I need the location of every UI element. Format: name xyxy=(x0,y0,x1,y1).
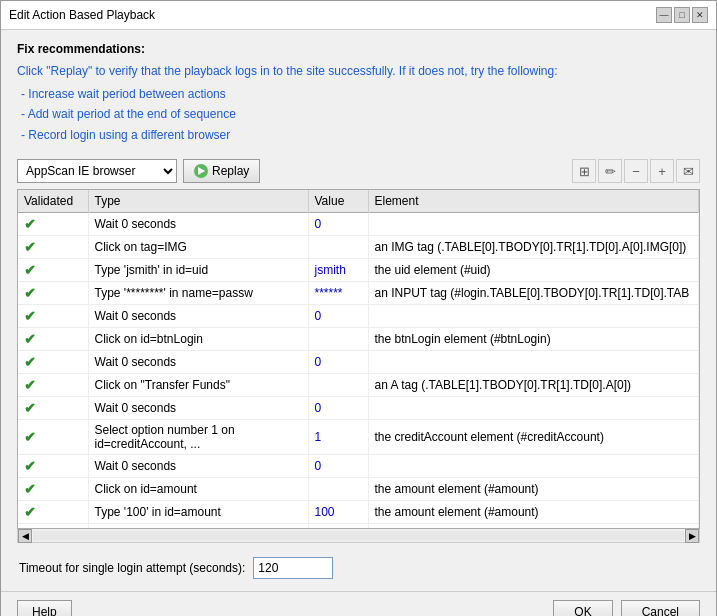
timeout-label: Timeout for single login attempt (second… xyxy=(19,561,245,575)
cell-validated: ✔ xyxy=(18,478,88,501)
replay-label: Replay xyxy=(212,164,249,178)
bottom-bar: Help OK Cancel xyxy=(1,591,716,616)
table-row[interactable]: ✔Wait 0 seconds0 xyxy=(18,351,699,374)
table-row[interactable]: ✔Type '********' in name=passw******an I… xyxy=(18,282,699,305)
help-button[interactable]: Help xyxy=(17,600,72,616)
cell-value: 100 xyxy=(308,501,368,524)
table-row[interactable]: ✔Type 'jsmith' in id=uidjsmiththe uid el… xyxy=(18,259,699,282)
cell-validated: ✔ xyxy=(18,259,88,282)
grid-icon-button[interactable]: ⊞ xyxy=(572,159,596,183)
minus-icon-button[interactable]: − xyxy=(624,159,648,183)
cell-element xyxy=(368,397,699,420)
horizontal-scrollbar[interactable]: ◀ ▶ xyxy=(17,529,700,543)
play-icon xyxy=(194,164,208,178)
cell-validated: ✔ xyxy=(18,420,88,455)
cell-validated: ✔ xyxy=(18,213,88,236)
cell-value xyxy=(308,236,368,259)
maximize-button[interactable]: □ xyxy=(674,7,690,23)
cell-element: an INPUT tag (#login.TABLE[0].TBODY[0].T… xyxy=(368,282,699,305)
plus-icon-button[interactable]: + xyxy=(650,159,674,183)
fix-list: - Increase wait period between actions -… xyxy=(21,84,700,145)
fix-main-text: Click "Replay" to verify that the playba… xyxy=(17,62,700,80)
table-row[interactable]: ✔Wait 0 seconds0 xyxy=(18,455,699,478)
cell-element xyxy=(368,351,699,374)
cell-validated: ✔ xyxy=(18,305,88,328)
cell-validated: ✔ xyxy=(18,501,88,524)
table-row[interactable]: ✔Click on id=btnLoginthe btnLogin elemen… xyxy=(18,328,699,351)
cell-type: Select option number 1 on id=creditAccou… xyxy=(88,420,308,455)
window-title: Edit Action Based Playback xyxy=(9,8,155,22)
cell-value xyxy=(308,374,368,397)
cell-element: an IMG tag (.TABLE[0].TBODY[0].TR[1].TD[… xyxy=(368,236,699,259)
table-row[interactable]: ✔Type '100' in id=amount100the amount el… xyxy=(18,501,699,524)
table-row[interactable]: ✔Wait 0 seconds0 xyxy=(18,213,699,236)
envelope-icon-button[interactable]: ✉ xyxy=(676,159,700,183)
cell-element xyxy=(368,455,699,478)
table-row[interactable]: ✔Select option number 1 on id=creditAcco… xyxy=(18,420,699,455)
cell-element: the creditAccount element (#creditAccoun… xyxy=(368,420,699,455)
toolbar-right: ⊞ ✏ − + ✉ xyxy=(572,159,700,183)
cell-type: Click on id=amount xyxy=(88,478,308,501)
cell-validated: ✔ xyxy=(18,455,88,478)
cell-value: 0 xyxy=(308,351,368,374)
edit-icon-button[interactable]: ✏ xyxy=(598,159,622,183)
minimize-button[interactable]: — xyxy=(656,7,672,23)
table-row[interactable]: ✔Wait 0 seconds0 xyxy=(18,397,699,420)
cell-element xyxy=(368,305,699,328)
cell-type: Wait 0 seconds xyxy=(88,455,308,478)
timeout-input[interactable] xyxy=(253,557,333,579)
ok-cancel-group: OK Cancel xyxy=(553,600,700,616)
cell-validated: ✔ xyxy=(18,236,88,259)
timeout-row: Timeout for single login attempt (second… xyxy=(17,557,700,579)
cell-type: Wait 0 seconds xyxy=(88,305,308,328)
cell-element: the amount element (#amount) xyxy=(368,478,699,501)
table-header-row: Validated Type Value Element xyxy=(18,190,699,213)
col-value: Value xyxy=(308,190,368,213)
cell-type: Wait 0 seconds xyxy=(88,351,308,374)
browser-select[interactable]: AppScan IE browser IE browser Firefox br… xyxy=(17,159,177,183)
cell-value: 0 xyxy=(308,213,368,236)
table-body: ✔Wait 0 seconds0✔Click on tag=IMGan IMG … xyxy=(18,213,699,530)
scroll-track xyxy=(33,531,684,541)
action-table-container: Validated Type Value Element ✔Wait 0 sec… xyxy=(17,189,700,529)
cell-element: the uid element (#uid) xyxy=(368,259,699,282)
main-window: Edit Action Based Playback — □ ✕ Fix rec… xyxy=(0,0,717,616)
table-row[interactable]: ✔Click on tag=IMGan IMG tag (.TABLE[0].T… xyxy=(18,236,699,259)
cancel-button[interactable]: Cancel xyxy=(621,600,700,616)
cell-element: the btnLogin element (#btnLogin) xyxy=(368,328,699,351)
cell-type: Wait 0 seconds xyxy=(88,397,308,420)
cell-validated: ✔ xyxy=(18,351,88,374)
table-row[interactable]: ✔Wait 0 seconds0 xyxy=(18,305,699,328)
fix-item-2: - Add wait period at the end of sequence xyxy=(21,104,700,124)
fix-heading: Fix recommendations: xyxy=(17,42,700,56)
fix-item-1: - Increase wait period between actions xyxy=(21,84,700,104)
fix-item-3: - Record login using a different browser xyxy=(21,125,700,145)
cell-validated: ✔ xyxy=(18,328,88,351)
title-bar: Edit Action Based Playback — □ ✕ xyxy=(1,1,716,30)
cell-type: Type '100' in id=amount xyxy=(88,501,308,524)
cell-value: jsmith xyxy=(308,259,368,282)
ok-button[interactable]: OK xyxy=(553,600,612,616)
cell-type: Wait 0 seconds xyxy=(88,213,308,236)
cell-element: the amount element (#amount) xyxy=(368,501,699,524)
col-validated: Validated xyxy=(18,190,88,213)
cell-type: Click on id=btnLogin xyxy=(88,328,308,351)
play-triangle xyxy=(198,167,205,175)
col-element: Element xyxy=(368,190,699,213)
cell-type: Type '********' in name=passw xyxy=(88,282,308,305)
close-button[interactable]: ✕ xyxy=(692,7,708,23)
replay-button[interactable]: Replay xyxy=(183,159,260,183)
cell-element xyxy=(368,213,699,236)
toolbar-row: AppScan IE browser IE browser Firefox br… xyxy=(17,159,700,183)
table-row[interactable]: ✔Click on id=amountthe amount element (#… xyxy=(18,478,699,501)
cell-element: an A tag (.TABLE[1].TBODY[0].TR[1].TD[0]… xyxy=(368,374,699,397)
title-controls: — □ ✕ xyxy=(656,7,708,23)
scroll-left-button[interactable]: ◀ xyxy=(18,529,32,543)
cell-validated: ✔ xyxy=(18,282,88,305)
scroll-right-button[interactable]: ▶ xyxy=(685,529,699,543)
toolbar-left: AppScan IE browser IE browser Firefox br… xyxy=(17,159,260,183)
cell-type: Click on "Transfer Funds" xyxy=(88,374,308,397)
table-row[interactable]: ✔Click on "Transfer Funds"an A tag (.TAB… xyxy=(18,374,699,397)
cell-validated: ✔ xyxy=(18,397,88,420)
cell-type: Type 'jsmith' in id=uid xyxy=(88,259,308,282)
